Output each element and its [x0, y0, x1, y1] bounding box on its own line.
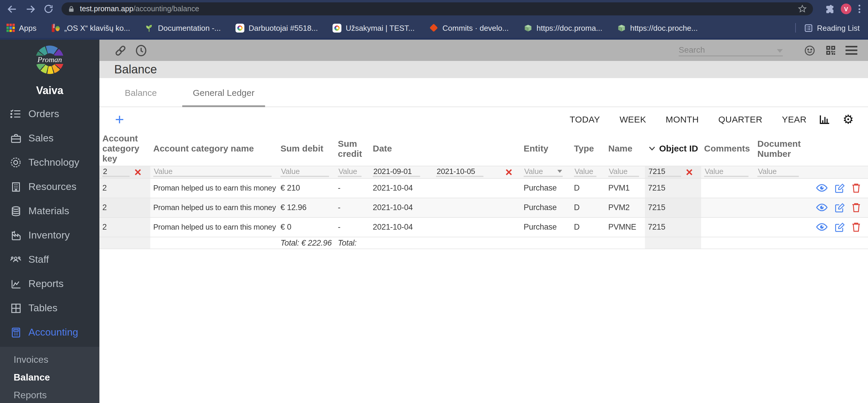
profile-avatar[interactable]: V	[841, 4, 851, 14]
reading-list-icon	[804, 23, 813, 32]
cell-entity: Purchase	[521, 178, 571, 198]
delete-row-icon[interactable]	[851, 202, 861, 213]
bookmark-item[interactable]: Darbuotojai #5518...	[236, 23, 318, 32]
qr-code-icon[interactable]	[825, 44, 837, 56]
sidebar-item-inventory[interactable]: Inventory	[0, 223, 99, 247]
delete-row-icon[interactable]	[851, 222, 861, 232]
bookmark-label: Documentation -...	[158, 23, 221, 32]
bookmark-item[interactable]: Documentation -...	[145, 23, 221, 32]
edit-row-icon[interactable]	[834, 202, 845, 213]
column-header-comments[interactable]: Comments	[701, 131, 754, 166]
column-header-type[interactable]: Type	[571, 131, 605, 166]
bookmark-item[interactable]: https://doc.proche...	[617, 23, 698, 32]
inventory-icon	[9, 229, 22, 242]
sidebar-item-staff[interactable]: Staff	[0, 247, 99, 272]
back-icon[interactable]	[6, 3, 18, 15]
forward-icon[interactable]	[24, 3, 36, 15]
column-header-sum-debit[interactable]: Sum debit	[278, 131, 335, 166]
tab-general-ledger[interactable]: General Ledger	[182, 78, 265, 106]
smiley-icon[interactable]	[804, 44, 816, 57]
settings-gear-icon[interactable]: ⚙	[842, 113, 854, 125]
cell-type: D	[571, 178, 605, 198]
reading-list-button[interactable]: Reading List	[804, 23, 860, 32]
sidebar-item-label: Tables	[28, 302, 57, 314]
column-header-account-category-key[interactable]: Account category key	[99, 131, 150, 166]
tab-balance[interactable]: Balance	[99, 78, 182, 106]
period-month[interactable]: MONTH	[665, 114, 699, 124]
hamburger-menu-icon[interactable]	[845, 45, 857, 55]
column-header-sum-credit[interactable]: Sum credit	[335, 131, 370, 166]
sidebar-subitem-balance[interactable]: Balance	[0, 369, 99, 386]
sidebar-item-label: Sales	[28, 132, 54, 144]
bookmark-item[interactable]: Užsakymai | TEST...	[333, 23, 414, 32]
browser-toolbar: test.proman.app/accounting/balance V	[0, 0, 868, 18]
column-header-entity[interactable]: Entity	[521, 131, 571, 166]
apps-shortcut[interactable]: Apps	[6, 23, 36, 32]
cell-sum-credit: -	[335, 217, 370, 237]
bookmark-item[interactable]: Commits · develo...	[430, 23, 509, 32]
browser-menu-icon[interactable]	[857, 4, 861, 14]
filter-input-comments[interactable]: Value	[704, 167, 748, 177]
filter-input-account-category-name[interactable]: Value	[153, 167, 272, 177]
filter-date-from[interactable]: 2021-09-01	[373, 167, 420, 177]
link-icon[interactable]	[114, 43, 127, 57]
delete-row-icon[interactable]	[851, 183, 861, 193]
history-clock-icon[interactable]	[134, 43, 148, 57]
search-input[interactable]: Search	[679, 45, 783, 56]
view-row-icon[interactable]	[816, 203, 828, 212]
period-week[interactable]: WEEK	[619, 114, 646, 124]
sidebar-item-orders[interactable]: Orders	[0, 102, 99, 126]
column-header-date[interactable]: Date	[370, 131, 521, 166]
column-header-actions[interactable]	[805, 131, 868, 166]
filter-input-account-category-key[interactable]: 2	[102, 167, 130, 177]
filter-input-object-id[interactable]: 7215	[648, 167, 681, 177]
filter-input-entity[interactable]: Value	[524, 167, 563, 177]
clear-filter-icon[interactable]	[134, 168, 142, 176]
cell-date: 2021-10-04	[370, 178, 521, 198]
column-header-document-number[interactable]: Document Number	[754, 131, 805, 166]
view-row-icon[interactable]	[816, 183, 828, 192]
address-bar[interactable]: test.proman.app/accounting/balance	[62, 2, 813, 16]
filter-input-name[interactable]: Value	[608, 167, 639, 177]
column-header-object-id[interactable]: Object ID	[645, 131, 701, 166]
sales-icon	[9, 132, 22, 145]
sidebar-item-reports[interactable]: Reports	[0, 272, 99, 296]
clear-filter-icon[interactable]	[686, 168, 693, 176]
period-quarter[interactable]: QUARTER	[718, 114, 763, 124]
cell-date: 2021-10-04	[370, 198, 521, 217]
cell-object-id: 7215	[645, 198, 701, 217]
sidebar-item-label: Technology	[28, 157, 79, 168]
sidebar-item-materials[interactable]: Materials	[0, 199, 99, 223]
view-row-icon[interactable]	[816, 222, 828, 231]
column-header-account-category-name[interactable]: Account category name	[150, 131, 278, 166]
sidebar-subitem-invoices[interactable]: Invoices	[0, 351, 99, 369]
sidebar-item-resources[interactable]: Resources	[0, 175, 99, 199]
sidebar-item-accounting[interactable]: Accounting	[0, 320, 99, 344]
bookmark-item[interactable]: https://doc.proma...	[524, 23, 602, 32]
filter-input-sum-credit[interactable]: Value	[338, 167, 362, 177]
column-header-name[interactable]: Name	[605, 131, 645, 166]
filter-input-sum-debit[interactable]: Value	[280, 167, 329, 177]
cell-name: PVMNE	[605, 217, 645, 237]
clear-filter-icon[interactable]	[505, 168, 513, 176]
bookmark-star-icon[interactable]	[798, 4, 807, 13]
period-year[interactable]: YEAR	[782, 114, 806, 124]
sidebar-item-label: Orders	[28, 108, 59, 120]
sidebar-item-technology[interactable]: Technology	[0, 150, 99, 175]
period-today[interactable]: TODAY	[570, 114, 600, 124]
filter-input-document-number[interactable]: Value	[757, 167, 799, 177]
chart-view-icon[interactable]	[818, 113, 831, 125]
sidebar-subitem-reports[interactable]: Reports	[0, 386, 99, 403]
reload-icon[interactable]	[42, 3, 55, 15]
add-button[interactable]	[114, 114, 125, 125]
cell-type: D	[571, 217, 605, 237]
bookmark-item[interactable]: Mac„OS X“ klavišų ko...	[51, 23, 130, 32]
edit-row-icon[interactable]	[834, 222, 845, 232]
url-path: /accounting/balance	[133, 5, 199, 13]
edit-row-icon[interactable]	[834, 183, 845, 193]
sidebar-item-tables[interactable]: Tables	[0, 296, 99, 320]
filter-date-to[interactable]: 2021-10-05	[436, 167, 484, 177]
sidebar-item-sales[interactable]: Sales	[0, 126, 99, 150]
filter-input-type[interactable]: Value	[574, 167, 596, 177]
extensions-icon[interactable]	[825, 4, 835, 14]
